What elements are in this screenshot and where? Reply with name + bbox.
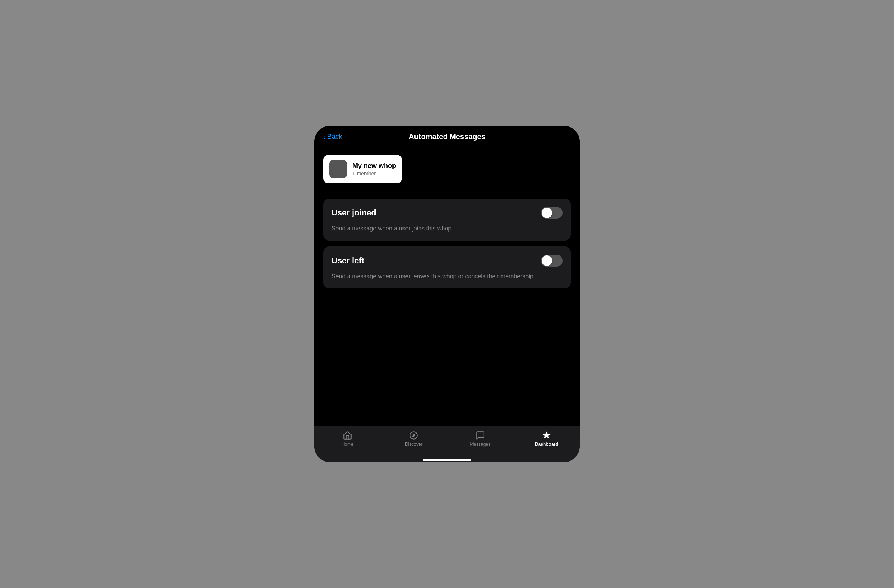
nav-label-discover: Discover [405,442,423,447]
user-left-row: User left [331,255,563,267]
discover-icon [409,431,418,440]
user-joined-description: Send a message when a user joins this wh… [331,225,452,231]
user-left-card: User left Send a message when a user lea… [323,246,571,289]
user-left-description: Send a message when a user leaves this w… [331,273,533,280]
header: ‹ Back Automated Messages [314,126,580,147]
back-button[interactable]: ‹ Back [323,133,342,141]
user-joined-label: User joined [331,208,376,218]
back-chevron-icon: ‹ [323,133,326,141]
back-label: Back [327,133,342,141]
svg-marker-1 [412,434,415,437]
whop-selector: My new whop 1 member [314,147,580,191]
nav-label-messages: Messages [470,442,491,447]
main-content: User joined Send a message when a user j… [314,191,580,426]
home-icon [343,431,352,440]
home-bar [314,456,580,462]
user-left-toggle[interactable] [541,255,563,267]
whop-name: My new whop [352,162,396,170]
user-joined-knob [542,208,552,218]
bottom-nav: Home Discover Messages Dashboard [314,426,580,456]
nav-item-discover[interactable]: Discover [381,431,447,447]
user-left-knob [542,255,552,266]
whop-info: My new whop 1 member [352,162,396,177]
user-joined-toggle[interactable] [541,207,563,219]
whop-card[interactable]: My new whop 1 member [323,155,402,183]
messages-icon [476,431,485,440]
nav-item-messages[interactable]: Messages [447,431,513,447]
nav-label-dashboard: Dashboard [535,442,559,447]
nav-item-dashboard[interactable]: Dashboard [513,431,580,447]
user-left-label: User left [331,256,364,266]
home-indicator [423,459,471,461]
dashboard-icon [542,431,551,440]
whop-members: 1 member [352,171,396,177]
phone-screen: ‹ Back Automated Messages My new whop 1 … [314,126,580,462]
user-joined-row: User joined [331,207,563,219]
page-title: Automated Messages [408,132,486,141]
nav-item-home[interactable]: Home [314,431,381,447]
whop-icon [329,160,347,178]
nav-label-home: Home [341,442,353,447]
user-joined-card: User joined Send a message when a user j… [323,199,571,240]
